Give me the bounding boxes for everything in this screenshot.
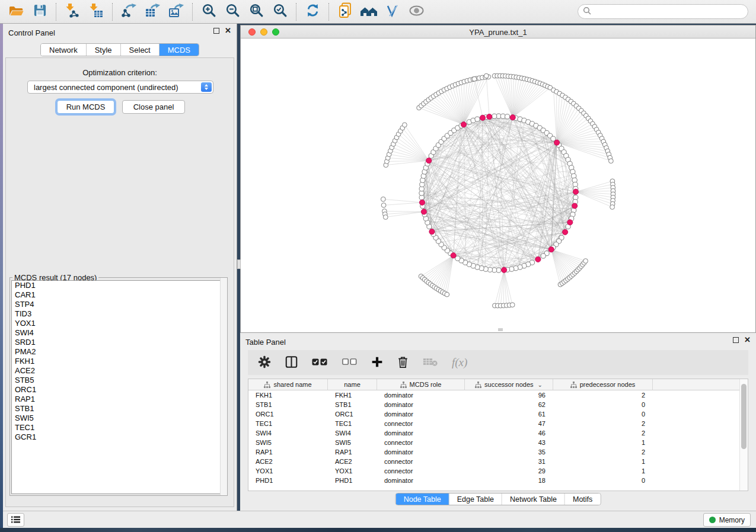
- tab-edge-table[interactable]: Edge Table: [449, 493, 502, 505]
- column-header-shared-name[interactable]: shared name: [248, 379, 328, 390]
- select-all-button[interactable]: [312, 358, 328, 368]
- table-cell: FKH1: [248, 390, 328, 400]
- table-row[interactable]: ACE2ACE2connector311: [248, 457, 739, 466]
- node-table: shared namenameMCDS rolesuccessor nodes⌄…: [248, 379, 748, 491]
- mcds-result-item[interactable]: TEC1: [12, 423, 225, 432]
- table-row[interactable]: SWI4SWI4dominator462: [248, 428, 739, 438]
- show-panels-button[interactable]: [7, 513, 24, 527]
- refresh-button[interactable]: [302, 2, 323, 21]
- table-row[interactable]: TEC1TEC1connector472: [248, 419, 739, 428]
- delete-column-button[interactable]: [397, 355, 409, 370]
- tab-motifs[interactable]: Motifs: [565, 493, 600, 505]
- tab-network-table[interactable]: Network Table: [502, 493, 565, 505]
- tab-style[interactable]: Style: [87, 44, 121, 56]
- mcds-result-item[interactable]: GCR1: [12, 432, 225, 442]
- mcds-result-item[interactable]: RAP1: [12, 395, 225, 404]
- float-panel-icon[interactable]: [213, 28, 219, 34]
- column-type-icon: [264, 382, 270, 388]
- export-table-icon: [145, 3, 161, 21]
- node-table-body: FKH1FKH1dominator962STB1STB1dominator620…: [248, 390, 739, 491]
- mcds-result-item[interactable]: TID3: [12, 309, 225, 319]
- tab-network[interactable]: Network: [41, 44, 87, 56]
- search-input[interactable]: [591, 7, 743, 16]
- table-row[interactable]: PHD1PHD1dominator180: [248, 476, 739, 485]
- mcds-result-item[interactable]: PHD1: [12, 281, 225, 290]
- zoom-out-button[interactable]: [222, 2, 243, 21]
- column-header-name[interactable]: name: [328, 379, 377, 390]
- table-row[interactable]: SWI5SWI5connector431: [248, 438, 739, 447]
- zoom-in-button[interactable]: [198, 2, 219, 21]
- network-canvas[interactable]: [241, 39, 755, 332]
- table-row[interactable]: RAP1RAP1dominator352: [248, 447, 739, 457]
- table-scrollbar[interactable]: [739, 379, 748, 491]
- sort-descending-icon: ⌄: [538, 382, 543, 388]
- mcds-result-item[interactable]: SWI4: [12, 328, 225, 338]
- mcds-result-item[interactable]: SWI5: [12, 414, 225, 423]
- mcds-result-item[interactable]: STP4: [12, 300, 225, 309]
- memory-button[interactable]: Memory: [703, 513, 751, 527]
- tab-mcds[interactable]: MCDS: [160, 44, 199, 56]
- panel-splitter-handle[interactable]: [237, 259, 241, 269]
- export-image-icon: [168, 3, 184, 21]
- zoom-in-icon: [202, 3, 216, 20]
- mcds-result-item[interactable]: CAR1: [12, 290, 225, 300]
- table-cell: 47: [465, 419, 553, 428]
- save-session-button[interactable]: [29, 2, 50, 21]
- mcds-result-item[interactable]: YOX1: [12, 319, 225, 328]
- show-hide-button[interactable]: [406, 2, 427, 21]
- new-network-from-selection-button[interactable]: [334, 2, 356, 21]
- export-image-button[interactable]: [165, 2, 187, 21]
- float-panel-icon[interactable]: [733, 337, 739, 343]
- table-scrollbar-thumb[interactable]: [741, 384, 747, 449]
- deselect-all-button[interactable]: [342, 358, 357, 367]
- column-header-MCDS-role[interactable]: MCDS role: [377, 379, 465, 390]
- column-header-successor-nodes[interactable]: successor nodes⌄: [465, 379, 553, 390]
- table-row[interactable]: STB1STB1dominator620: [248, 400, 739, 409]
- go-home-button[interactable]: [358, 2, 379, 21]
- mcds-result-item[interactable]: ORC1: [12, 385, 225, 395]
- column-header-predecessor-nodes[interactable]: predecessor nodes: [553, 379, 653, 390]
- export-network-button[interactable]: [118, 2, 139, 21]
- function-builder-button[interactable]: f(x): [452, 356, 467, 369]
- open-session-button[interactable]: [5, 2, 27, 21]
- import-table-button[interactable]: [85, 2, 107, 21]
- canvas-resize-handle[interactable]: [498, 328, 503, 331]
- mcds-result-item[interactable]: PMA2: [12, 347, 225, 357]
- column-type-icon: [570, 382, 577, 388]
- mcds-result-scrollbar[interactable]: [220, 278, 227, 495]
- close-panel-icon[interactable]: ✕: [744, 337, 751, 343]
- table-settings-button[interactable]: [258, 355, 271, 370]
- visual-style-button[interactable]: [382, 2, 403, 21]
- memory-label: Memory: [719, 516, 745, 524]
- close-panel-button[interactable]: Close panel: [122, 100, 185, 114]
- network-window-titlebar[interactable]: YPA_prune.txt_1: [241, 25, 755, 39]
- mcds-result-list[interactable]: PHD1CAR1STP4TID3YOX1SWI4SRD1PMA2FKH1ACE2…: [11, 280, 226, 494]
- table-row[interactable]: ORC1ORC1dominator610: [248, 409, 739, 419]
- column-chooser-button[interactable]: [285, 355, 298, 370]
- table-row[interactable]: YOX1YOX1connector291: [248, 466, 739, 476]
- mcds-result-item[interactable]: SRD1: [12, 338, 225, 347]
- zoom-fit-button[interactable]: [245, 2, 267, 21]
- table-cell: ORC1: [328, 409, 377, 419]
- column-type-icon: [475, 382, 481, 388]
- mcds-result-item[interactable]: ACE2: [12, 366, 225, 376]
- add-column-button[interactable]: [371, 356, 383, 370]
- table-row[interactable]: FKH1FKH1dominator962: [248, 390, 739, 400]
- optimization-criterion-select[interactable]: largest connected component (undirected): [27, 81, 213, 94]
- run-mcds-button[interactable]: Run MCDS: [57, 100, 114, 114]
- mcds-result-item[interactable]: STB1: [12, 404, 225, 414]
- search-box[interactable]: [578, 4, 748, 19]
- close-panel-icon[interactable]: ✕: [225, 28, 231, 34]
- mcds-result-item[interactable]: FKH1: [12, 357, 225, 366]
- import-network-button[interactable]: [62, 2, 83, 21]
- table-cell: STB1: [328, 400, 377, 409]
- zoom-selected-button[interactable]: [269, 2, 291, 21]
- export-table-button[interactable]: [142, 2, 163, 21]
- delete-table-button[interactable]: [423, 357, 438, 368]
- mcds-result-item[interactable]: STB5: [12, 376, 225, 385]
- style-v-icon: [385, 4, 400, 20]
- table-cell: dominator: [377, 428, 465, 438]
- tab-node-table[interactable]: Node Table: [396, 493, 449, 505]
- tab-select[interactable]: Select: [121, 44, 160, 56]
- network-graph[interactable]: [241, 39, 755, 332]
